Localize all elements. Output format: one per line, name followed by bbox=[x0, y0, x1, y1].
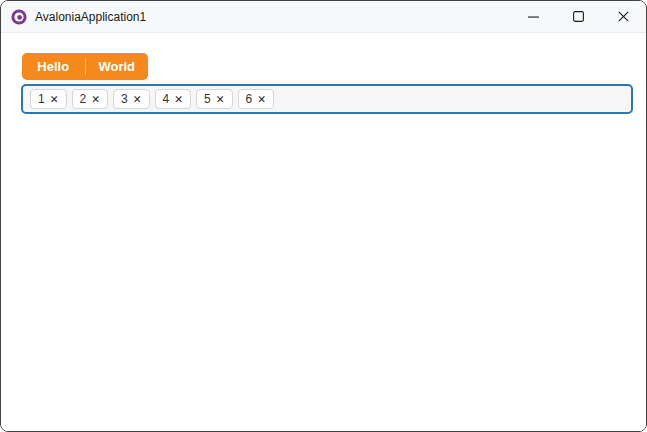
tag-chip: 1 ✕ bbox=[30, 89, 67, 109]
tag-remove-icon[interactable]: ✕ bbox=[50, 93, 59, 105]
caption-buttons bbox=[511, 1, 646, 32]
tag-remove-icon[interactable]: ✕ bbox=[133, 93, 142, 105]
tag-remove-icon[interactable]: ✕ bbox=[257, 93, 266, 105]
tag-label: 4 bbox=[163, 93, 170, 105]
split-button-hello[interactable]: Hello bbox=[22, 53, 85, 80]
avalonia-logo-icon bbox=[11, 9, 27, 25]
content-area: Hello World 1 ✕ 2 ✕ 3 ✕ 4 ✕ 5 bbox=[1, 33, 646, 431]
minimize-icon bbox=[528, 16, 539, 18]
close-button[interactable] bbox=[601, 1, 646, 32]
titlebar: AvaloniaApplication1 bbox=[1, 1, 646, 33]
tag-remove-icon[interactable]: ✕ bbox=[91, 93, 100, 105]
tag-label: 1 bbox=[38, 93, 45, 105]
tag-chip: 6 ✕ bbox=[238, 89, 275, 109]
tag-chip: 5 ✕ bbox=[196, 89, 233, 109]
tag-chip: 4 ✕ bbox=[155, 89, 192, 109]
maximize-button[interactable] bbox=[556, 1, 601, 32]
close-icon bbox=[618, 11, 629, 22]
tag-remove-icon[interactable]: ✕ bbox=[216, 93, 225, 105]
tag-chip: 3 ✕ bbox=[113, 89, 150, 109]
tag-label: 5 bbox=[204, 93, 211, 105]
tag-label: 3 bbox=[121, 93, 128, 105]
maximize-icon bbox=[573, 11, 584, 22]
tag-input[interactable]: 1 ✕ 2 ✕ 3 ✕ 4 ✕ 5 ✕ 6 ✕ bbox=[21, 84, 633, 114]
split-button: Hello World bbox=[22, 53, 148, 80]
app-window: AvaloniaApplication1 He bbox=[0, 0, 647, 432]
tag-label: 2 bbox=[80, 93, 87, 105]
tag-remove-icon[interactable]: ✕ bbox=[174, 93, 183, 105]
split-button-world[interactable]: World bbox=[86, 53, 149, 80]
minimize-button[interactable] bbox=[511, 1, 556, 32]
window-title: AvaloniaApplication1 bbox=[35, 10, 511, 24]
tag-label: 6 bbox=[246, 93, 253, 105]
tag-chip: 2 ✕ bbox=[72, 89, 109, 109]
